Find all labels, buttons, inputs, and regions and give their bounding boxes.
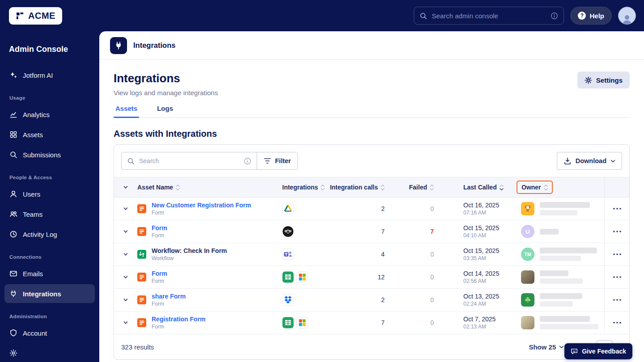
row-expand-icon[interactable] <box>121 227 130 236</box>
row-expand-icon[interactable] <box>121 318 130 327</box>
assets-panel: Filter Download Asset Name Integrations <box>114 144 630 360</box>
asset-name-link[interactable]: Form <box>152 224 167 232</box>
download-icon <box>564 157 572 165</box>
sidebar-item-jotform-ai[interactable]: Jotform AI <box>4 66 95 84</box>
table-row: Workflow: Check In FormWorkflow40Oct 15,… <box>114 243 629 266</box>
sidebar-item-integrations[interactable]: Integrations <box>4 284 95 303</box>
owner-cell: TM <box>510 248 604 261</box>
filter-icon <box>264 158 271 164</box>
sidebar-item-account[interactable]: Account <box>4 324 95 342</box>
table-footer: 323 results Show 25 Page: of <box>114 334 629 359</box>
user-avatar[interactable] <box>618 7 636 25</box>
question-icon: ? <box>578 12 586 20</box>
page-subtitle: View logs and manage integrations <box>114 89 218 97</box>
sort-icon[interactable] <box>321 184 325 191</box>
sidebar-item-assets[interactable]: Assets <box>4 125 95 144</box>
sidebar-item-submissions[interactable]: Submissions <box>4 145 95 164</box>
more-options-button[interactable] <box>610 251 624 258</box>
asset-name-link[interactable]: Workflow: Check In Form <box>152 247 227 254</box>
row-expand-icon[interactable] <box>121 250 130 259</box>
sidebar-item-activity-log[interactable]: Activity Log <box>4 225 95 244</box>
last-called-time: 02:13 AM <box>463 324 510 330</box>
last-called-time: 02:24 AM <box>463 301 510 307</box>
chevron-down-icon <box>559 345 564 349</box>
form-asset-icon <box>137 318 146 327</box>
google-drive-icon <box>282 203 294 215</box>
tab-logs[interactable]: Logs <box>155 105 175 118</box>
table-header: Asset Name Integrations Integration call… <box>114 177 629 198</box>
row-expand-icon[interactable] <box>121 295 130 304</box>
owner-avatar <box>521 293 534 307</box>
plug-icon <box>9 290 17 298</box>
sort-icon[interactable] <box>500 184 504 191</box>
table-row: share FormForm20Oct 13, 202502:24 AM <box>114 289 629 311</box>
acme-logo[interactable]: ACME <box>9 7 62 25</box>
sort-icon[interactable] <box>381 184 385 191</box>
integrations-icon <box>110 37 127 54</box>
sidebar-section-label: Administration <box>9 314 90 319</box>
download-button[interactable]: Download <box>557 152 622 170</box>
give-feedback-button[interactable]: Give Feedback <box>564 343 632 359</box>
more-options-button[interactable] <box>610 228 624 235</box>
asset-name-link[interactable]: Form <box>152 270 167 277</box>
help-button[interactable]: ? Help <box>570 7 612 25</box>
sidebar-item-partial[interactable] <box>4 344 95 362</box>
asset-type: Form <box>152 232 167 239</box>
gear-icon <box>585 76 592 84</box>
gear-icon <box>9 349 17 357</box>
owner-cell <box>510 270 604 284</box>
integration-icons <box>264 294 329 306</box>
redacted-owner-name <box>540 248 597 261</box>
asset-name-link[interactable]: New Customer Registration Form <box>152 202 251 209</box>
admin-search-input[interactable] <box>432 12 546 20</box>
sparkles-icon <box>9 71 17 79</box>
sidebar-item-analytics[interactable]: Analytics <box>4 105 95 124</box>
sort-icon[interactable] <box>430 184 434 191</box>
integration-icons <box>264 226 329 237</box>
owner-avatar <box>521 316 534 329</box>
filter-button[interactable]: Filter <box>257 152 297 169</box>
sidebar-item-teams[interactable]: Teams <box>4 205 95 223</box>
sidebar-section-label: People & Access <box>9 175 90 180</box>
sidebar-item-users[interactable]: Users <box>4 185 95 203</box>
table-search-input[interactable] <box>139 157 239 164</box>
tab-bar: Assets Logs <box>114 105 630 118</box>
topbar: ACME ? Help <box>0 0 644 31</box>
more-options-button[interactable] <box>610 205 624 212</box>
owner-avatar: U <box>521 225 534 238</box>
table-row: FormForm120Oct 14, 202502:56 AM <box>114 266 629 289</box>
asset-name-link[interactable]: share Form <box>152 293 186 300</box>
sidebar: Admin Console Jotform AI UsageAnalyticsA… <box>0 31 99 362</box>
last-called-time: 07:16 AM <box>463 210 510 216</box>
last-called-date: Oct 7, 2025 <box>463 316 510 323</box>
column-integrations: Integrations <box>282 184 318 191</box>
expand-all-icon[interactable] <box>121 183 130 192</box>
more-options-button[interactable] <box>610 319 624 326</box>
integration-icons <box>264 317 329 328</box>
admin-search-box <box>414 7 564 25</box>
info-icon[interactable] <box>244 157 251 165</box>
column-failed: Failed <box>409 184 427 191</box>
logo-icon <box>16 12 24 20</box>
row-expand-icon[interactable] <box>121 273 130 282</box>
more-options-button[interactable] <box>610 274 624 281</box>
tab-assets[interactable]: Assets <box>114 105 139 118</box>
sheets-icon <box>282 271 294 283</box>
row-expand-icon[interactable] <box>121 204 130 213</box>
main-panel: Integrations Integrations View logs and … <box>99 31 644 362</box>
more-options-button[interactable] <box>610 296 624 303</box>
last-called-date: Oct 14, 2025 <box>463 270 510 277</box>
table-row: New Customer Registration FormForm20Oct … <box>114 198 629 220</box>
integration-calls-value: 12 <box>329 274 396 281</box>
mail-icon <box>9 269 17 278</box>
sidebar-item-emails[interactable]: Emails <box>4 264 95 283</box>
teams-icon <box>282 248 294 260</box>
settings-button[interactable]: Settings <box>577 72 630 88</box>
sort-icon[interactable] <box>176 184 180 191</box>
sort-icon[interactable] <box>544 184 548 191</box>
owner-cell <box>510 316 604 329</box>
asset-name-link[interactable]: Registration Form <box>152 316 206 323</box>
show-per-page-dropdown[interactable]: Show 25 <box>529 343 564 351</box>
info-icon[interactable] <box>551 12 558 20</box>
results-count: 323 results <box>121 343 154 351</box>
